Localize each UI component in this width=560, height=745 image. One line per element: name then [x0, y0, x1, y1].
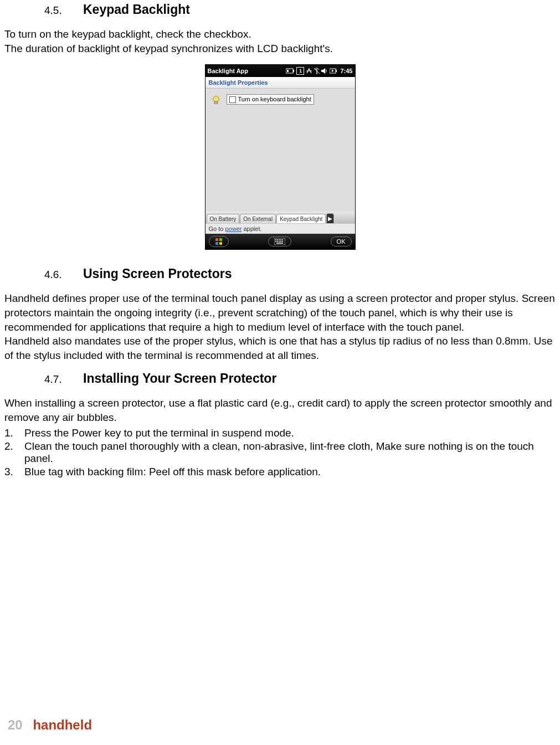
ok-button[interactable]: OK	[331, 237, 352, 246]
svg-rect-23	[277, 239, 278, 240]
svg-rect-29	[279, 241, 280, 242]
svg-rect-18	[219, 238, 222, 241]
svg-line-15	[213, 96, 214, 97]
svg-rect-2	[287, 70, 289, 72]
section-number: 4.5.	[44, 4, 83, 17]
section-number: 4.6.	[44, 269, 83, 281]
list-item: 2.Clean the touch panel thoroughly with …	[4, 440, 556, 465]
svg-rect-31	[282, 241, 283, 242]
connectivity-icon	[306, 68, 312, 74]
section-45-body: To turn on the keypad backlight, check t…	[4, 27, 556, 55]
svg-marker-6	[321, 68, 325, 74]
tab-scroll-right[interactable]: ▶	[326, 213, 334, 223]
section-heading-4-7: 4.7. Installing Your Screen Protector	[44, 371, 556, 386]
tab-on-external[interactable]: On External	[240, 214, 276, 223]
device-titlebar: Backlight App 1	[205, 65, 355, 77]
svg-rect-8	[336, 70, 337, 72]
section-heading-4-6: 4.6. Using Screen Protectors	[44, 266, 556, 281]
section-47-intro: When installing a screen protector, use …	[4, 396, 556, 424]
svg-rect-30	[280, 241, 281, 242]
tab-keypad-backlight[interactable]: Keypad Backlight	[276, 214, 326, 223]
svg-rect-26	[282, 239, 283, 240]
start-button[interactable]	[209, 236, 229, 247]
battery-icon	[286, 68, 295, 74]
svg-line-16	[218, 96, 219, 97]
svg-rect-1	[293, 70, 294, 72]
lightbulb-icon	[210, 94, 222, 106]
section-title: Installing Your Screen Protector	[83, 371, 276, 386]
page-number: 20	[8, 717, 23, 732]
signal-number-icon: 1	[296, 67, 304, 75]
antenna-icon	[314, 68, 320, 74]
windows-icon	[215, 238, 223, 245]
svg-rect-24	[279, 239, 280, 240]
power-applet-link[interactable]: power	[225, 225, 242, 232]
svg-rect-25	[280, 239, 281, 240]
device-app-title: Backlight App	[208, 68, 249, 74]
section-46-body: Handheld defines proper use of the termi…	[4, 291, 556, 362]
svg-marker-9	[331, 69, 334, 73]
list-item: 1.Press the Power key to put the termina…	[4, 427, 556, 439]
section-title: Using Screen Protectors	[83, 266, 232, 281]
install-steps-list: 1.Press the Power key to put the termina…	[4, 427, 556, 478]
linkbar-suffix: applet.	[242, 225, 261, 232]
brand-name: handheld	[33, 717, 92, 732]
keyboard-icon	[274, 238, 285, 245]
list-item: 3.Blue tag with backing film: Peel off t…	[4, 466, 556, 478]
section-title: Keypad Backlight	[83, 2, 190, 17]
svg-rect-11	[214, 101, 218, 104]
device-linkbar: Go to power applet.	[205, 223, 355, 234]
keyboard-button[interactable]	[268, 237, 291, 246]
device-tabs: On Battery On External Keypad Backlight …	[205, 212, 355, 223]
svg-rect-27	[275, 241, 276, 242]
svg-rect-28	[277, 241, 278, 242]
svg-rect-32	[276, 243, 283, 244]
keyboard-backlight-label: Turn on keyboard backlight	[238, 96, 311, 103]
section-heading-4-5: 4.5. Keypad Backlight	[44, 2, 556, 17]
device-screenshot: Backlight App 1	[205, 64, 356, 250]
device-clock: 7:45	[340, 68, 352, 74]
volume-icon	[321, 68, 328, 74]
keyboard-backlight-checkbox-row[interactable]: Turn on keyboard backlight	[227, 94, 314, 105]
keyboard-backlight-checkbox[interactable]	[229, 96, 236, 103]
svg-rect-20	[219, 242, 222, 245]
section-number: 4.7.	[44, 373, 83, 386]
charge-icon	[330, 68, 337, 74]
device-subtitle: Backlight Properties	[205, 77, 355, 89]
page-footer: 20 handheld	[8, 717, 92, 733]
device-body: Turn on keyboard backlight	[205, 89, 355, 212]
svg-rect-19	[215, 242, 218, 245]
linkbar-prefix: Go to	[209, 225, 225, 232]
device-bottombar: OK	[205, 234, 355, 249]
svg-rect-22	[275, 239, 276, 240]
svg-rect-0	[286, 69, 293, 73]
svg-rect-17	[215, 238, 218, 241]
tab-on-battery[interactable]: On Battery	[207, 214, 240, 223]
